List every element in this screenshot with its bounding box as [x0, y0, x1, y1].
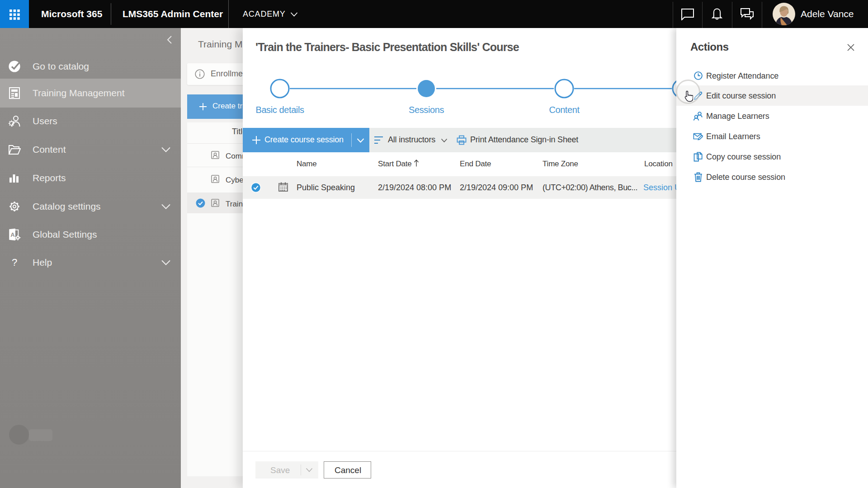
svg-text:A: A	[10, 231, 15, 238]
